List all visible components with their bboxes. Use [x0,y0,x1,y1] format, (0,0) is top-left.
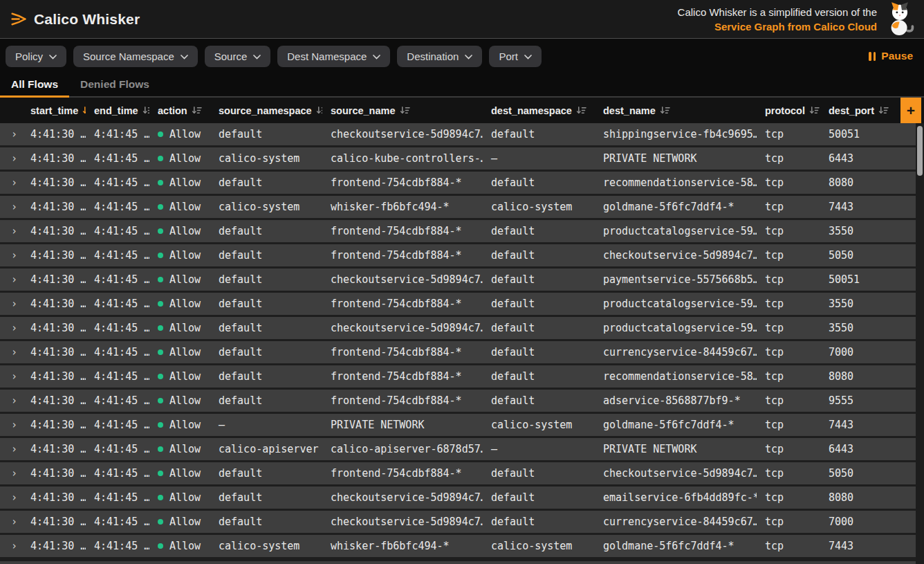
column-header[interactable]: protocol [757,98,820,123]
action-label: Allow [169,491,201,504]
cell-dest-port: 50051 [820,123,924,145]
cell-source-name: PRIVATE NETWORK [322,414,483,436]
row-expander[interactable]: › [0,317,22,339]
pause-button[interactable]: Pause [869,50,913,62]
filter-dropdown-button[interactable]: Policy [6,46,66,67]
tab[interactable]: All Flows [0,73,69,98]
flow-row[interactable]: › 4:41:30 … 4:41:45 … Allow calico-apise… [0,438,924,462]
filter-dropdown-button[interactable]: Destination [397,46,482,67]
flow-row[interactable]: › 4:41:30 … 4:41:45 … Allow default fron… [0,172,924,196]
row-expander[interactable]: › [0,341,22,363]
chevron-right-icon: › [11,152,17,165]
row-expander[interactable]: › [0,535,22,557]
allow-status-dot [158,277,163,282]
column-header[interactable]: dest_namespace [483,98,595,123]
cell-start-time: 4:41:30 … [22,390,86,412]
column-header[interactable]: dest_name [595,98,757,123]
tab-label: Denied Flows [80,78,149,90]
cell-action: Allow [149,317,210,339]
row-expander[interactable]: › [0,172,22,194]
flow-row[interactable]: › 4:41:30 … 4:41:45 … Allow default chec… [0,317,924,341]
cell-source-name: frontend-754cdbf884-* [322,341,483,363]
cell-action: Allow [149,196,210,218]
row-expander[interactable]: › [0,462,22,484]
flow-row[interactable]: › 4:41:30 … 4:41:45 … Allow default chec… [0,269,924,293]
filter-dropdown-button[interactable]: Port [489,46,542,67]
cell-action: Allow [149,293,210,315]
column-header[interactable]: action [149,98,210,123]
flow-row[interactable]: › 4:41:30 … 4:41:45 … Allow default chec… [0,123,924,147]
flow-row[interactable]: › 4:41:30 … 4:41:45 … Allow default fron… [0,244,924,269]
flow-row[interactable]: › 4:41:30 … 4:41:45 … Allow default fron… [0,390,924,414]
cell-dest-namespace: default [483,293,595,315]
cell-dest-name: PRIVATE NETWORK [595,438,757,460]
scrollbar-thumb[interactable] [917,126,923,176]
action-label: Allow [169,443,201,455]
column-header[interactable]: source_namespace [210,98,322,123]
flow-row[interactable]: › 4:41:30 … 4:41:45 … Allow default chec… [0,486,924,511]
column-header[interactable]: source_name [322,98,483,123]
chevron-right-icon: › [11,419,17,431]
flow-tabs: All Flows Denied Flows [0,73,924,98]
flow-row[interactable]: › 4:41:30 … 4:41:45 … Allow calico-syste… [0,196,924,220]
add-column-button[interactable]: + [900,98,921,123]
column-header[interactable]: start_time [22,98,86,123]
row-expander[interactable]: › [0,486,22,509]
flow-row[interactable]: › 4:41:30 … 4:41:45 … Allow – PRIVATE NE… [0,414,924,438]
action-label: Allow [169,467,201,480]
cell-source-name: whisker-fb6bfc494-* [322,196,483,218]
chevron-right-icon: › [11,516,17,528]
cell-start-time: 4:41:30 … [22,317,86,339]
cell-start-time: 4:41:30 … [22,414,86,436]
flow-row[interactable]: › 4:41:30 … 4:41:45 … Allow calico-syste… [0,535,924,559]
cell-dest-namespace: default [483,462,595,484]
flow-row[interactable]: › 4:41:30 … 4:41:45 … Allow default fron… [0,365,924,390]
row-expander[interactable]: › [0,244,22,266]
cell-source-name: frontend-754cdbf884-* [322,365,483,388]
flow-row[interactable]: › 4:41:30 … 4:41:45 … Allow default fron… [0,293,924,317]
flow-row[interactable]: › 4:41:30 … 4:41:45 … Allow default chec… [0,511,924,535]
row-expander[interactable]: › [0,123,22,145]
column-header[interactable]: end_time [86,98,149,123]
cell-start-time: 4:41:30 … [22,341,86,363]
flow-row[interactable]: › 4:41:30 … 4:41:45 … Allow default fron… [0,220,924,244]
allow-status-dot [158,398,163,403]
filter-dropdown-button[interactable]: Source [205,46,271,67]
sort-icon [316,106,322,115]
row-expander[interactable]: › [0,414,22,436]
tab[interactable]: Denied Flows [69,73,160,98]
row-expander[interactable]: › [0,365,22,388]
cell-dest-name: recommendationservice-58… [595,172,757,194]
cell-source-name: frontend-754cdbf884-* [322,172,483,194]
row-expander[interactable]: › [0,220,22,242]
action-label: Allow [169,516,201,528]
cell-start-time: 4:41:30 … [22,438,86,460]
vertical-scrollbar[interactable] [916,123,924,564]
cell-dest-name: currencyservice-84459c67… [595,341,757,363]
cell-action: Allow [149,244,210,266]
chevron-right-icon: › [11,322,17,334]
row-expander[interactable]: › [0,269,22,291]
cell-protocol: tcp [757,172,820,194]
cell-protocol: tcp [757,317,820,339]
cell-source-namespace: default [210,220,322,242]
cell-protocol: tcp [757,511,820,533]
row-expander[interactable]: › [0,438,22,460]
row-expander[interactable]: › [0,390,22,412]
row-expander[interactable]: › [0,147,22,170]
cell-source-namespace: default [210,172,322,194]
flow-row[interactable]: › 4:41:30 … 4:41:45 … Allow default fron… [0,341,924,365]
row-expander[interactable]: › [0,293,22,315]
cell-protocol: tcp [757,414,820,436]
row-expander[interactable]: › [0,196,22,218]
filter-dropdown-button[interactable]: Dest Namespace [277,46,390,67]
row-expander[interactable]: › [0,511,22,533]
cell-dest-name: shippingservice-fb4c9695… [595,123,757,145]
chevron-right-icon: › [11,176,17,189]
flow-row[interactable]: › 4:41:30 … 4:41:45 … Allow default fron… [0,462,924,486]
flow-row[interactable]: › 4:41:30 … 4:41:45 … Allow calico-syste… [0,147,924,172]
allow-status-dot [158,180,163,185]
service-graph-link[interactable]: Service Graph from Calico Cloud [714,19,877,34]
cell-start-time: 4:41:30 … [22,293,86,315]
filter-dropdown-button[interactable]: Source Namespace [73,46,198,67]
